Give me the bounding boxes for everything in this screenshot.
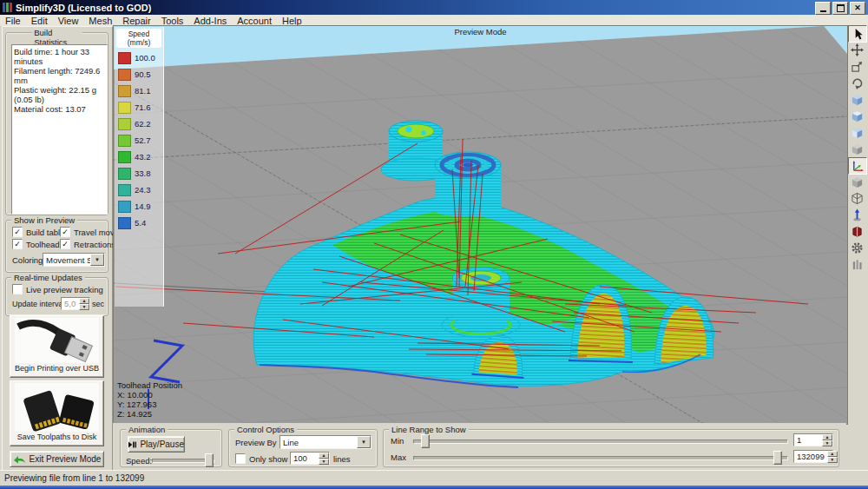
- spin-up-icon[interactable]: ▲: [319, 453, 329, 459]
- menu-item-file[interactable]: File: [0, 15, 26, 26]
- toolhead-position-x: X: 10.000: [117, 390, 182, 400]
- build-statistics-group: Build Statistics Build time: 1 hour 33 m…: [5, 32, 108, 215]
- checkbox-build-table[interactable]: ✓ Build table: [12, 227, 64, 237]
- legend-entry: 90.5: [115, 66, 163, 83]
- surface-normal-toggle[interactable]: [848, 207, 865, 222]
- min-range-slider[interactable]: [413, 439, 788, 444]
- coloring-value: Movement Speed: [43, 255, 90, 265]
- preview-controls-panel: Animation Play/Pause Speed: Control Opti…: [113, 423, 846, 470]
- toolhead-position-y: Y: 127.963: [117, 400, 182, 409]
- legend-entry: 62.2: [115, 116, 163, 132]
- preview-by-value: Line: [280, 438, 357, 447]
- rotate-view-tool[interactable]: [848, 75, 865, 90]
- legend-color-swatch: [118, 184, 131, 196]
- menu-item-view[interactable]: View: [53, 15, 84, 26]
- view-default-cube-icon: [851, 93, 864, 106]
- menu-item-edit[interactable]: Edit: [26, 15, 53, 26]
- checkbox-label: Retractions: [74, 240, 115, 249]
- max-line-spinner[interactable]: 132099 ▲▼: [793, 450, 833, 463]
- coloring-dropdown[interactable]: Movement Speed ▼: [43, 253, 105, 267]
- legend-value: 33.8: [135, 169, 151, 178]
- wireframe-toggle-icon: [851, 192, 864, 205]
- max-range-slider[interactable]: [413, 456, 788, 460]
- max-slider-handle[interactable]: [773, 451, 782, 465]
- begin-printing-usb-button[interactable]: Begin Printing over USB: [10, 315, 104, 378]
- support-structures-icon: [851, 258, 864, 271]
- model-tower-rings: [435, 152, 501, 217]
- view-front-cube[interactable]: [848, 124, 865, 140]
- spin-up-icon[interactable]: ▲: [827, 451, 838, 457]
- show-axes-toggle[interactable]: [848, 157, 867, 175]
- checkbox-icon[interactable]: ✓: [60, 227, 70, 237]
- cross-section-tool[interactable]: [848, 223, 865, 239]
- only-show-spinner[interactable]: 100 ▲▼: [290, 452, 330, 465]
- chevron-down-icon[interactable]: ▼: [90, 254, 104, 266]
- minimize-button[interactable]: [815, 2, 831, 15]
- titlebar[interactable]: Simplify3D (Licensed to GOD) ✕: [0, 0, 868, 15]
- checkbox-icon[interactable]: ✓: [12, 227, 23, 237]
- close-button[interactable]: ✕: [850, 2, 865, 15]
- speed-slider-handle[interactable]: [205, 453, 214, 467]
- chevron-down-icon[interactable]: ▼: [357, 436, 371, 448]
- stat-plastic-weight: Plastic weight: 22.15 g (0.05 lb): [14, 85, 105, 104]
- usb-cable-image: [15, 318, 99, 363]
- exit-preview-mode-button[interactable]: Exit Preview Mode: [10, 451, 104, 467]
- checkbox-icon[interactable]: [12, 284, 23, 294]
- checkbox-icon[interactable]: [235, 453, 246, 464]
- update-interval-unit: sec: [92, 300, 104, 308]
- min-line-spinner[interactable]: 1 ▲▼: [793, 433, 833, 446]
- toolhead-position-title: Toolhead Position: [117, 380, 182, 390]
- only-show-checkbox[interactable]: Only show: [235, 453, 287, 464]
- spin-down-icon[interactable]: ▼: [827, 457, 838, 463]
- support-structures[interactable]: [848, 256, 865, 272]
- update-interval-spinner[interactable]: 5,0 ▲▼: [61, 297, 90, 310]
- min-label: Min: [391, 436, 404, 446]
- legend-entry: 43.2: [115, 149, 163, 165]
- select-tool[interactable]: [848, 25, 867, 43]
- spin-down-icon[interactable]: ▼: [319, 459, 329, 465]
- begin-printing-usb-label: Begin Printing over USB: [10, 363, 103, 374]
- checkbox-toolhead[interactable]: ✓ Toolhead: [12, 239, 60, 249]
- play-pause-label: Play/Pause: [140, 439, 184, 449]
- checkbox-live-preview-tracking[interactable]: Live preview tracking: [12, 284, 103, 294]
- view-top-cube[interactable]: [848, 108, 865, 123]
- view-side-cube[interactable]: [848, 141, 865, 156]
- pan-view-tool[interactable]: [848, 42, 865, 57]
- checkbox-label: Live preview tracking: [26, 285, 103, 294]
- preview-3d-viewport[interactable]: Preview Mode Speed (mm/s) 100.090.581.17…: [113, 25, 848, 425]
- view-default-cube[interactable]: [848, 91, 865, 107]
- line-range-group: Line Range to Show Min 1 ▲▼ Max 132099 ▲…: [383, 429, 839, 467]
- preview-by-dropdown[interactable]: Line ▼: [279, 435, 372, 449]
- close-icon: ✕: [854, 4, 861, 12]
- minimize-icon: [820, 10, 826, 12]
- spin-down-icon[interactable]: ▼: [822, 440, 832, 446]
- legend-entry: 71.6: [115, 99, 163, 116]
- zoom-window-tool[interactable]: [848, 58, 865, 74]
- legend-value: 52.7: [135, 135, 151, 145]
- checkbox-retractions[interactable]: ✓ Retractions: [60, 239, 115, 249]
- checkbox-icon[interactable]: ✓: [12, 239, 23, 249]
- show-axes-toggle-icon: [852, 160, 865, 173]
- legend-value: 71.6: [135, 102, 151, 112]
- spin-up-icon[interactable]: ▲: [822, 434, 832, 440]
- speed-slider[interactable]: [152, 459, 214, 463]
- legend-color-swatch: [118, 52, 131, 64]
- spin-up-icon[interactable]: ▲: [79, 298, 89, 304]
- checkbox-icon[interactable]: ✓: [60, 239, 70, 249]
- wireframe-toggle[interactable]: [848, 190, 865, 206]
- machine-settings[interactable]: [848, 240, 865, 255]
- solid-model-toggle[interactable]: [848, 174, 865, 189]
- stat-filament-length: Filament length: 7249.6 mm: [14, 66, 105, 85]
- save-toolpaths-disk-button[interactable]: Save Toolpaths to Disk: [10, 380, 104, 446]
- min-slider-handle[interactable]: [421, 434, 430, 448]
- show-in-preview-title: Show in Preview: [11, 215, 77, 225]
- max-line-value: 132099: [794, 451, 827, 462]
- spin-down-icon[interactable]: ▼: [79, 304, 89, 310]
- taskbar-edge: [0, 486, 868, 489]
- legend-color-swatch: [118, 217, 131, 229]
- control-options-title: Control Options: [234, 425, 297, 434]
- speed-label: Speed:: [126, 456, 152, 466]
- animation-group: Animation Play/Pause Speed:: [120, 429, 222, 467]
- play-pause-button[interactable]: Play/Pause: [128, 436, 185, 453]
- restore-button[interactable]: [832, 2, 848, 15]
